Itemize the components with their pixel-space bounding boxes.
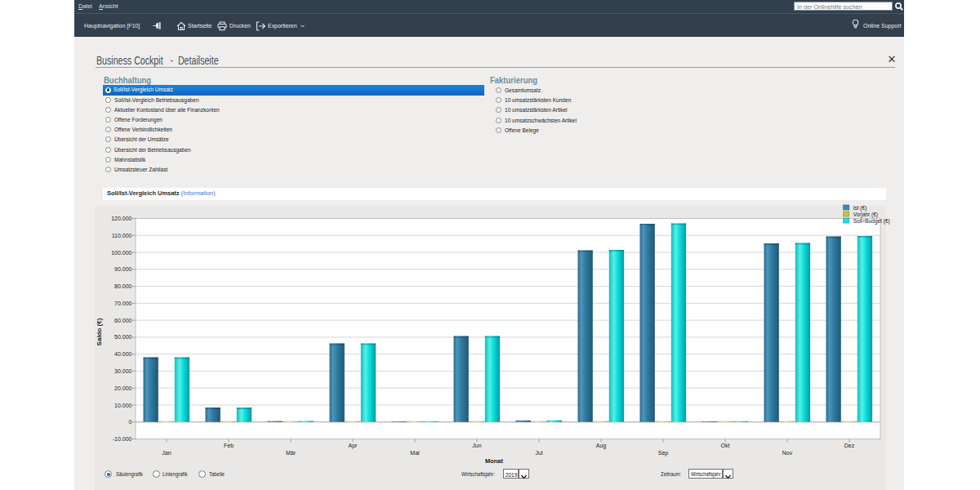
svg-text:40.000: 40.000	[114, 351, 132, 357]
svg-text:110.000: 110.000	[112, 233, 132, 238]
svg-text:50.000: 50.000	[114, 334, 132, 340]
svg-text:Dez: Dez	[844, 443, 855, 448]
svg-text:60.000: 60.000	[114, 318, 132, 323]
svg-text:Feb: Feb	[224, 443, 234, 448]
svg-text:120.000: 120.000	[111, 216, 131, 221]
svg-text:30.000: 30.000	[114, 368, 132, 374]
svg-text:Soll=Budget (€): Soll=Budget (€)	[853, 218, 890, 225]
svg-text:Ist (€): Ist (€)	[853, 205, 867, 212]
svg-text:100.000: 100.000	[111, 250, 131, 256]
svg-text:80.000: 80.000	[114, 283, 132, 289]
svg-text:20.000: 20.000	[114, 385, 132, 391]
svg-text:Jul: Jul	[536, 450, 543, 456]
svg-text:Aug: Aug	[596, 443, 607, 449]
svg-text:Mär: Mär	[286, 450, 296, 456]
svg-text:70.000: 70.000	[114, 301, 132, 306]
svg-text:Nov: Nov	[782, 450, 793, 456]
svg-text:Jun: Jun	[472, 443, 481, 448]
svg-text:Jan: Jan	[162, 450, 171, 456]
svg-text:Sep: Sep	[658, 450, 669, 457]
svg-text:-10.000: -10.000	[113, 436, 132, 442]
svg-text:Vorjahr (€): Vorjahr (€)	[853, 212, 878, 218]
svg-text:10.000: 10.000	[114, 403, 132, 408]
svg-text:Saldo (€): Saldo (€)	[96, 318, 103, 345]
svg-text:Okt: Okt	[721, 443, 730, 448]
svg-text:Mai: Mai	[410, 450, 420, 456]
svg-text:0: 0	[129, 419, 132, 425]
svg-text:Apr: Apr	[349, 443, 359, 449]
svg-text:Monat: Monat	[485, 457, 504, 465]
svg-text:90.000: 90.000	[114, 266, 132, 272]
